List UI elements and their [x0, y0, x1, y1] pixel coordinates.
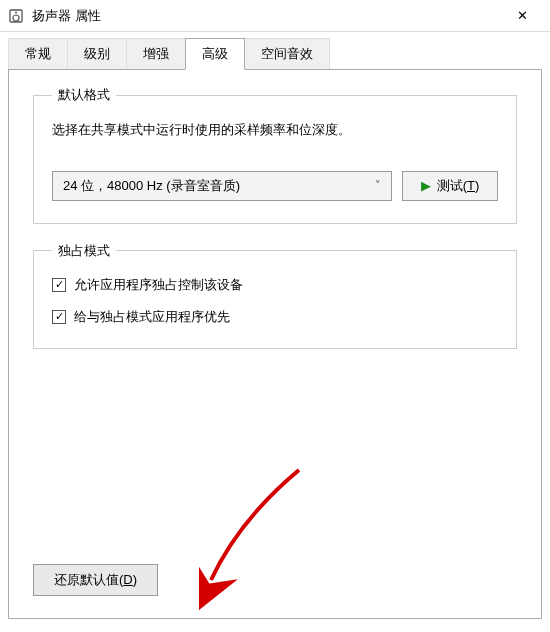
window-title: 扬声器 属性: [32, 7, 502, 25]
chevron-down-icon: ˅: [375, 179, 381, 192]
restore-defaults-button[interactable]: 还原默认值(D): [33, 564, 158, 596]
give-priority-label: 给与独占模式应用程序优先: [74, 308, 230, 326]
tab-advanced[interactable]: 高级: [185, 38, 245, 70]
default-format-description: 选择在共享模式中运行时使用的采样频率和位深度。: [52, 120, 498, 141]
allow-exclusive-checkbox[interactable]: [52, 278, 66, 292]
give-priority-checkbox[interactable]: [52, 310, 66, 324]
tab-general[interactable]: 常规: [8, 38, 68, 70]
exclusive-mode-legend: 独占模式: [52, 242, 116, 260]
play-icon: ▶: [421, 178, 431, 193]
tab-panel-advanced: 默认格式 选择在共享模式中运行时使用的采样频率和位深度。 24 位，48000 …: [8, 69, 542, 619]
sample-format-value: 24 位，48000 Hz (录音室音质): [63, 177, 240, 195]
svg-point-1: [13, 15, 19, 21]
speaker-icon: [8, 8, 24, 24]
exclusive-mode-group: 独占模式 允许应用程序独占控制该设备 给与独占模式应用程序优先: [33, 242, 517, 349]
default-format-group: 默认格式 选择在共享模式中运行时使用的采样频率和位深度。 24 位，48000 …: [33, 86, 517, 224]
sample-format-select[interactable]: 24 位，48000 Hz (录音室音质) ˅: [52, 171, 392, 201]
default-format-legend: 默认格式: [52, 86, 116, 104]
close-icon: ✕: [517, 8, 528, 23]
tab-enhance[interactable]: 增强: [126, 38, 186, 70]
test-button-label: 测试(T): [437, 177, 480, 195]
annotation-arrow: [199, 460, 319, 610]
tab-levels[interactable]: 级别: [67, 38, 127, 70]
tab-spatial[interactable]: 空间音效: [244, 38, 330, 70]
restore-defaults-label: 还原默认值(D): [54, 572, 137, 587]
allow-exclusive-label: 允许应用程序独占控制该设备: [74, 276, 243, 294]
svg-point-2: [15, 11, 17, 13]
test-button[interactable]: ▶ 测试(T): [402, 171, 498, 201]
close-button[interactable]: ✕: [502, 0, 542, 32]
tab-bar: 常规 级别 增强 高级 空间音效: [0, 38, 550, 70]
